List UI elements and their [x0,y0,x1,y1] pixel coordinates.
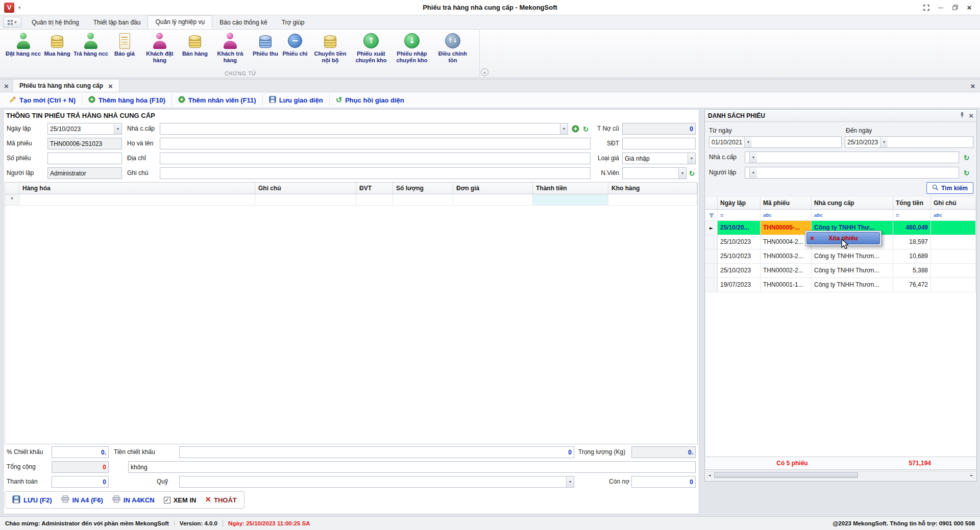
save-layout-button[interactable]: Lưu giao diện [263,94,330,106]
dia-chi-input[interactable] [160,153,591,164]
cell-ghi-chu[interactable] [255,194,356,205]
cell-don-gia[interactable] [453,194,533,205]
table-row[interactable]: 19/07/2023 THN00001-1... Công ty TNHH Th… [705,278,976,292]
cell-so-luong[interactable] [393,194,453,205]
exit-button[interactable]: THOÁT [205,496,236,504]
btn-phieu-xuat-chuyen-kho[interactable]: Phiếu xuất chuyển kho [351,32,391,64]
chiet-khau-pct-input[interactable]: 0. [52,446,109,458]
column-header[interactable]: Ghi chú [255,183,356,194]
search-button[interactable]: Tìm kiếm [926,182,973,194]
filter-number-cell[interactable] [893,210,931,220]
filter-funnel-icon[interactable] [705,210,718,220]
tab-quan-ly-nghiep-vu[interactable]: Quản lý nghiệp vụ [148,15,212,29]
chevron-down-icon[interactable] [560,123,568,134]
btn-phieu-chi[interactable]: Phiếu chi [280,32,310,58]
filter-text-cell[interactable] [812,210,893,220]
ngay-lap-picker[interactable]: 25/10/2023 [47,123,122,135]
so-phieu-input[interactable] [47,153,122,164]
filter-supplier-combo[interactable] [745,152,959,163]
refresh-supplier-filter-icon[interactable] [962,153,971,162]
filter-date-cell[interactable] [718,210,761,220]
column-header[interactable]: Hàng hóa [19,183,255,194]
column-header[interactable]: Nhà cung cấp [812,197,893,209]
cell-hang-hoa[interactable] [19,194,255,205]
close-icon[interactable] [964,3,975,13]
add-employee-button[interactable]: Thêm nhân viên (F11) [172,94,263,106]
btn-bao-gia[interactable]: Báo giá [110,32,139,58]
scroll-right-icon[interactable] [968,473,976,477]
tab-close-icon[interactable] [108,82,113,90]
quick-access-caret-icon[interactable]: ▾ [18,5,21,10]
den-ngay-picker[interactable]: 25/10/2023 [845,136,973,148]
print-a4kcn-button[interactable]: IN A4KCN [112,495,155,504]
btn-khach-dat-hang[interactable]: Khách đặt hàng [139,32,180,64]
btn-dat-hang-ncc[interactable]: Đặt hàng ncc [4,32,42,58]
create-new-button[interactable]: Tạo mới (Ctrl + N) [3,94,82,106]
preview-checkbox[interactable]: XEM IN [164,496,197,504]
cell-kho-hang[interactable] [608,194,697,205]
ho-va-ten-input[interactable] [160,138,591,149]
refresh-supplier-icon[interactable] [581,124,590,133]
sdt-input[interactable] [622,138,696,149]
close-all-tabs-icon[interactable] [0,80,13,92]
btn-tra-hang-ncc[interactable]: Trả hàng ncc [72,32,110,58]
chevron-down-icon[interactable] [566,476,574,487]
nha-ccap-combo[interactable] [160,123,568,135]
column-header[interactable]: Mã phiếu [761,197,812,209]
refresh-nvien-icon[interactable] [688,169,696,178]
fullscreen-icon[interactable] [921,3,932,13]
column-header[interactable]: Đơn giá [453,183,533,194]
thanh-toan-input[interactable]: 0 [52,476,109,488]
add-supplier-button[interactable] [571,124,580,133]
tab-thiet-lap-ban-dau[interactable]: Thiết lập ban đầu [86,16,148,29]
save-button[interactable]: LƯU (F2) [12,495,52,505]
loai-gia-combo[interactable]: Giá nhập [622,153,696,164]
tien-chiet-khau-input[interactable]: 0 [179,446,574,458]
restore-layout-button[interactable]: Phục hồi giao diện [330,94,410,106]
tab-bao-cao-thong-ke[interactable]: Báo cáo thống kê [212,16,274,29]
chevron-down-icon[interactable] [678,168,686,179]
btn-dieu-chinh-ton[interactable]: Điều chỉnh tồn [432,32,473,64]
table-row[interactable]: 25/10/2023 THN00003-2... Công ty TNHH Th… [705,249,976,264]
tab-quan-tri-he-thong[interactable]: Quản trị hệ thống [24,16,86,29]
chevron-down-icon[interactable] [880,137,888,147]
app-menu-button[interactable]: ▾ [3,17,21,28]
column-header[interactable]: Kho hàng [608,183,697,194]
pin-icon[interactable] [960,112,965,120]
chevron-down-icon[interactable] [749,152,757,163]
tab-tro-giup[interactable]: Trợ giúp [275,16,312,29]
scroll-left-icon[interactable] [705,473,714,477]
btn-chuyen-tien-noi-bo[interactable]: Chuyển tiền nội bộ [310,32,351,64]
horizontal-scrollbar[interactable] [705,471,976,479]
ribbon-collapse-button[interactable]: ▴ [481,68,488,76]
n-vien-combo[interactable] [622,167,687,179]
btn-ban-hang[interactable]: Bán hàng [180,32,210,58]
btn-mua-hang[interactable]: Mua hàng [42,32,72,58]
column-header[interactable]: Số lượng [393,183,453,194]
document-tab-active[interactable]: Phiếu trả hàng nhà cung cấp [13,80,119,92]
filter-creator-combo[interactable] [745,167,959,179]
print-a4-button[interactable]: IN A4 (F6) [61,495,103,504]
scrollbar-thumb[interactable] [714,472,858,478]
filter-text-cell[interactable] [931,210,976,220]
new-item-row[interactable] [5,194,697,206]
ghi-chu-input[interactable] [160,167,591,179]
column-header[interactable]: Tổng tiền [893,197,931,209]
panel-close-icon[interactable] [969,111,973,120]
chevron-down-icon[interactable] [114,123,121,134]
tabbar-close-icon[interactable] [966,80,980,92]
checkbox-checked-icon[interactable] [164,497,170,503]
column-header[interactable]: ĐVT [356,183,393,194]
quy-combo[interactable] [179,476,574,488]
column-header[interactable]: Ngày lập [718,197,761,209]
cell-thanh-tien[interactable] [533,194,608,205]
filter-text-cell[interactable] [761,210,812,220]
btn-phieu-nhap-chuyen-kho[interactable]: Phiếu nhập chuyển kho [391,32,432,64]
refresh-creator-filter-icon[interactable] [962,168,971,177]
chevron-down-icon[interactable] [744,137,752,147]
chevron-down-icon[interactable] [749,167,757,178]
cell-dvt[interactable] [356,194,393,205]
restore-icon[interactable] [949,3,961,13]
tu-ngay-picker[interactable]: 01/10/2021 [709,136,842,148]
column-header[interactable]: Thành tiền [533,183,608,194]
